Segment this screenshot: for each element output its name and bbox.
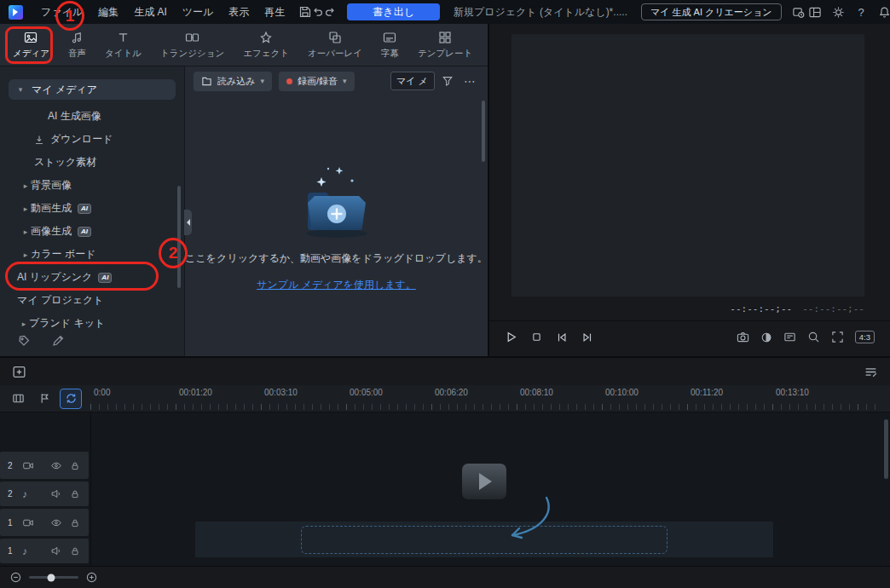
timeline-ruler[interactable]: 0:00 00:01:20 00:03:10 00:05:00 00:06:20… [90, 385, 890, 412]
stop-button[interactable] [531, 331, 542, 343]
sidebar-item-label: ストック素材 [34, 155, 96, 170]
menu-file[interactable]: ファイル [33, 5, 90, 20]
pen-icon[interactable] [51, 334, 65, 348]
ruler-label: 00:10:00 [605, 388, 639, 397]
zoom-icon[interactable] [807, 331, 820, 343]
help-icon[interactable]: ? [851, 2, 872, 22]
ruler-label: 00:06:20 [435, 388, 468, 397]
zoom-slider-knob[interactable] [48, 574, 55, 581]
redo-icon[interactable] [324, 2, 337, 22]
clock-badge-icon[interactable] [792, 2, 805, 22]
sidebar-item-label: ブランド キット [29, 316, 105, 331]
template-grid-icon [438, 30, 452, 44]
chevron-down-icon: ▾ [343, 77, 347, 85]
tab-transitions[interactable]: トランジション [151, 24, 234, 66]
next-frame-button[interactable] [581, 331, 593, 343]
undo-icon[interactable] [311, 2, 324, 22]
download-icon [34, 135, 44, 145]
menu-generative-ai[interactable]: 生成 AI [126, 5, 175, 20]
media-icon [24, 30, 38, 44]
my-ai-creations-button[interactable]: マイ 生成 AI クリエーション [641, 3, 782, 20]
tab-templates[interactable]: テンプレート [408, 24, 482, 66]
marker-icon[interactable] [33, 389, 55, 409]
zoom-in-icon[interactable] [86, 572, 97, 583]
previous-frame-button[interactable] [556, 331, 568, 343]
sidebar-item-downloads[interactable]: ダウンロード [0, 128, 184, 151]
sidebar-item-backgrounds[interactable]: ▸ 背景画像 [0, 174, 184, 197]
speaker-mute-icon[interactable] [50, 545, 62, 556]
sidebar-item-video-generation[interactable]: ▸ 動画生成 AI [0, 197, 184, 220]
collapse-sidebar-handle[interactable] [184, 210, 192, 235]
title-t-icon [117, 30, 130, 44]
playback-quality-icon[interactable] [760, 331, 772, 343]
zoom-out-icon[interactable] [10, 572, 21, 583]
tab-label: タイトル [105, 48, 142, 60]
media-drop-zone[interactable]: ここをクリックするか、動画や画像をドラッグドロップします。 サンプル メディアを… [185, 95, 488, 356]
tab-subtitles[interactable]: 字幕 [372, 24, 408, 66]
more-options-icon[interactable]: ⋯ [460, 74, 479, 88]
save-icon[interactable] [299, 2, 311, 22]
sidebar-item-color-board[interactable]: ▸ カラー ボード [0, 243, 184, 266]
media-view-value: マイ メ [396, 75, 428, 88]
settings-gear-icon[interactable] [828, 2, 849, 22]
sidebar-item-image-generation[interactable]: ▸ 画像生成 AI [0, 220, 184, 243]
auto-ripple-icon[interactable] [60, 389, 82, 409]
sidebar-item-brand-kit[interactable]: ▸ ブランド キット [0, 312, 184, 335]
clip-drop-zone[interactable] [301, 526, 668, 554]
sequence-icon[interactable] [7, 389, 29, 409]
workspace-layout-icon[interactable] [805, 2, 826, 22]
tab-effects[interactable]: エフェクト [234, 24, 298, 66]
export-button[interactable]: 書き出し [347, 3, 440, 20]
sidebar-item-stock-media[interactable]: ストック素材 [0, 151, 184, 174]
chevron-right-icon: ▸ [20, 251, 31, 259]
tab-audio[interactable]: 音声 [59, 24, 95, 66]
snapshot-camera-icon[interactable] [737, 331, 749, 343]
asset-tabs: メディア 音声 タイトル トランジション エフェクト [0, 24, 488, 66]
lock-icon[interactable] [70, 460, 80, 471]
transport-buttons [505, 331, 593, 343]
media-panel-scrollbar[interactable] [482, 101, 485, 162]
fullscreen-icon[interactable] [831, 331, 844, 343]
sidebar-scrollbar[interactable] [177, 186, 181, 288]
tab-media[interactable]: メディア [3, 24, 59, 66]
use-sample-media-link[interactable]: サンプル メディアを使用します。 [257, 278, 416, 292]
sidebar-item-my-projects[interactable]: マイ プロジェクト [0, 289, 184, 312]
video-track-icon [22, 460, 34, 471]
menu-tools[interactable]: ツール [175, 5, 222, 20]
menu-playback[interactable]: 再生 [257, 5, 292, 20]
media-library-panel: 読み込み ▾ 録画/録音 ▾ マイ メ ⋯ [184, 66, 488, 356]
tab-titles[interactable]: タイトル [95, 24, 151, 66]
timeline-zoom-slider[interactable] [29, 576, 78, 579]
display-settings-icon[interactable] [783, 331, 796, 343]
eye-visibility-icon[interactable] [50, 460, 62, 471]
filter-funnel-icon[interactable] [442, 75, 454, 87]
menu-view[interactable]: 表示 [221, 5, 257, 20]
track-header-video-2[interactable]: 2 [0, 452, 89, 479]
ruler-label: 00:01:20 [179, 388, 212, 397]
sidebar-item-my-media[interactable]: ▾ マイ メディア [9, 79, 176, 100]
timeline-vertical-scrollbar[interactable] [884, 419, 888, 479]
timeline-panel: 0:00 00:01:20 00:03:10 00:05:00 00:06:20… [0, 356, 890, 588]
add-media-to-timeline-icon[interactable] [12, 365, 26, 379]
lock-icon[interactable] [70, 517, 80, 528]
track-header-audio-1[interactable]: 1 ♪ [0, 539, 89, 563]
media-view-select[interactable]: マイ メ [390, 72, 435, 90]
speaker-mute-icon[interactable] [50, 488, 62, 499]
aspect-ratio-button[interactable]: 4:3 [855, 331, 875, 343]
tag-icon[interactable] [17, 334, 31, 348]
eye-visibility-icon[interactable] [50, 517, 62, 528]
track-header-audio-2[interactable]: 2 ♪ [0, 481, 89, 506]
sidebar-item-ai-generated-images[interactable]: AI 生成画像 [0, 105, 184, 128]
menu-edit[interactable]: 編集 [90, 5, 126, 20]
track-manager-icon[interactable] [864, 365, 878, 379]
lock-icon[interactable] [70, 488, 80, 499]
lock-icon[interactable] [70, 545, 80, 556]
tab-overlays[interactable]: オーバーレイ [298, 24, 372, 66]
sidebar-item-ai-lip-sync[interactable]: AI リップシンク AI [0, 266, 184, 289]
play-button[interactable] [505, 331, 517, 343]
import-button[interactable]: 読み込み ▾ [194, 72, 272, 91]
notifications-bell-icon[interactable] [874, 2, 890, 22]
record-button[interactable]: 録画/録音 ▾ [279, 72, 355, 91]
track-header-video-1[interactable]: 1 [0, 509, 89, 536]
media-sidebar: ▾ マイ メディア AI 生成画像 ダウンロード ストック素材 ▸ [0, 66, 184, 356]
